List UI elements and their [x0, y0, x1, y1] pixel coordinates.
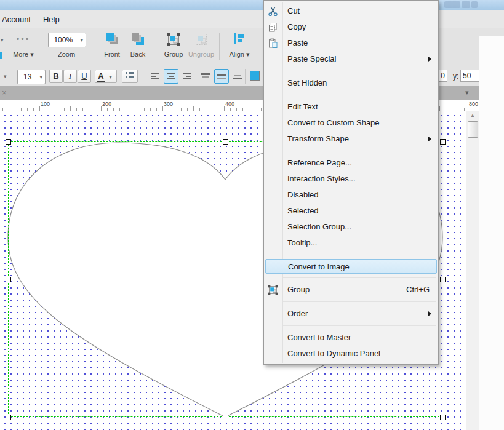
context-menu-item-label: Order: [287, 309, 308, 318]
ruler-label: 400: [225, 101, 234, 107]
context-menu-item-reference-page[interactable]: Reference Page...: [264, 155, 438, 171]
underline-button[interactable]: U: [78, 70, 91, 83]
cut-icon: [268, 6, 278, 17]
context-menu-item-label: Paste: [287, 38, 308, 47]
context-menu-separator: [283, 325, 436, 326]
context-menu-item-label: Tooltip...: [287, 238, 317, 247]
bring-to-front-button[interactable]: Front: [100, 28, 124, 65]
align-center-button[interactable]: [164, 69, 178, 84]
zoom-value: 100%: [49, 36, 78, 44]
close-tab-icon[interactable]: ×: [2, 88, 7, 97]
submenu-arrow-icon: [428, 57, 431, 62]
align-top-button[interactable]: [198, 69, 213, 84]
selection-handle[interactable]: [6, 277, 11, 282]
font-select-caret-icon[interactable]: ▾: [4, 73, 7, 79]
context-menu-item-cut[interactable]: Cut: [264, 3, 438, 19]
context-menu-item-tooltip[interactable]: Tooltip...: [264, 235, 438, 251]
scrollbar-thumb[interactable]: [468, 121, 478, 138]
ruler-tick: [101, 106, 102, 111]
font-color-button[interactable]: A ▾: [95, 70, 117, 83]
minimize-button[interactable]: [444, 1, 460, 8]
scroll-up-arrow-icon[interactable]: ▲: [466, 113, 479, 118]
ungroup-button[interactable]: Ungroup: [186, 28, 216, 65]
selection-handle[interactable]: [440, 277, 446, 282]
align-bottom-button[interactable]: [230, 69, 245, 84]
ruler-tick: [439, 106, 440, 111]
context-menu-separator: [283, 255, 436, 255]
selection-handle[interactable]: [6, 139, 11, 145]
selection-handle[interactable]: [440, 415, 446, 420]
toolbar-separator: [219, 33, 220, 60]
context-menu-item-convert-to-dynamic-panel[interactable]: Convert to Dynamic Panel: [264, 346, 438, 362]
context-menu-item-label: Convert to Image: [288, 262, 350, 271]
font-color-letter: A: [97, 71, 104, 82]
right-gap-panel: [479, 36, 504, 430]
shortcut-label: Ctrl+G: [406, 282, 430, 298]
align-middle-button[interactable]: [214, 69, 229, 84]
toolbar-separator: [245, 69, 246, 84]
ruler-label: 800: [469, 101, 478, 107]
align-middle-icon: [217, 73, 226, 81]
y-coordinate-field[interactable]: 50: [460, 70, 480, 82]
copy-icon: [268, 22, 278, 33]
group-button[interactable]: Group: [160, 28, 187, 65]
tab-overflow-caret-icon[interactable]: ▾: [465, 89, 469, 97]
align-left-icon: [151, 73, 160, 81]
selection-handle[interactable]: [223, 139, 228, 145]
context-menu-item-convert-to-image[interactable]: Convert to Image: [265, 259, 437, 274]
caret-down-icon: ▾: [106, 74, 114, 80]
context-menu-item-label: Copy: [287, 22, 306, 31]
ungroup-label: Ungroup: [186, 50, 216, 58]
align-icon: [233, 32, 246, 46]
context-menu-item-set-hidden[interactable]: Set Hidden: [264, 75, 438, 91]
context-menu-item-label: Group: [287, 285, 310, 294]
align-top-icon: [201, 73, 210, 81]
context-menu-item-edit-text[interactable]: Edit Text: [264, 99, 438, 115]
bullet-list-button[interactable]: [122, 70, 138, 83]
ruler-tick: [132, 106, 132, 111]
context-menu-item-selection-group[interactable]: Selection Group...: [264, 219, 438, 235]
context-menu-separator: [283, 71, 436, 71]
context-menu-item-label: Set Hidden: [287, 78, 327, 87]
bold-button[interactable]: B: [49, 70, 63, 83]
bring-to-front-icon: [105, 32, 119, 47]
align-bottom-icon: [233, 73, 242, 81]
selection-handle[interactable]: [223, 415, 228, 420]
send-to-back-button[interactable]: Back: [126, 28, 150, 65]
close-button[interactable]: [471, 1, 478, 8]
font-size-select[interactable]: 13 ▾: [17, 70, 46, 84]
context-menu-item-label: Convert to Custom Shape: [287, 118, 380, 127]
menu-account[interactable]: Account: [0, 15, 37, 24]
context-menu-item-paste[interactable]: Paste: [264, 35, 438, 51]
context-menu-item-interaction-styles[interactable]: Interaction Styles...: [264, 171, 438, 187]
menu-help[interactable]: Help: [37, 15, 66, 24]
context-menu-item-selected[interactable]: Selected: [264, 203, 438, 219]
context-menu-separator: [283, 95, 436, 95]
more-dots-icon: •••: [9, 34, 38, 44]
paste-icon: [268, 38, 278, 49]
vertical-scrollbar[interactable]: ▲: [466, 111, 479, 430]
context-menu-item-disabled[interactable]: Disabled: [264, 187, 438, 203]
zoom-select[interactable]: 100% ▾: [48, 33, 86, 47]
italic-button[interactable]: I: [63, 70, 77, 83]
context-menu-item-copy[interactable]: Copy: [264, 19, 438, 35]
selection-handle[interactable]: [440, 139, 446, 145]
font-size-value: 13: [18, 73, 37, 81]
y-coordinate-label: y:: [453, 72, 458, 81]
more-button[interactable]: ••• More ▾: [9, 28, 38, 65]
zoom-label: Zoom: [48, 50, 85, 58]
toolbar-separator: [94, 33, 94, 60]
context-menu-item-paste-special[interactable]: Paste Special: [264, 51, 438, 67]
fill-color-swatch[interactable]: [250, 71, 260, 81]
context-menu-item-convert-to-custom-shape[interactable]: Convert to Custom Shape: [264, 115, 438, 131]
selection-handle[interactable]: [6, 415, 11, 420]
align-button[interactable]: Align ▾: [225, 28, 254, 65]
context-menu-item-convert-to-master[interactable]: Convert to Master: [264, 330, 438, 346]
context-menu-item-transform-shape[interactable]: Transform Shape: [264, 131, 438, 147]
context-menu-item-order[interactable]: Order: [264, 306, 438, 322]
align-right-button[interactable]: [180, 69, 194, 84]
context-menu-item-group[interactable]: GroupCtrl+G: [264, 282, 438, 298]
align-left-button[interactable]: [148, 69, 162, 84]
context-menu-item-label: Interaction Styles...: [287, 174, 356, 183]
maximize-button[interactable]: [462, 1, 470, 8]
